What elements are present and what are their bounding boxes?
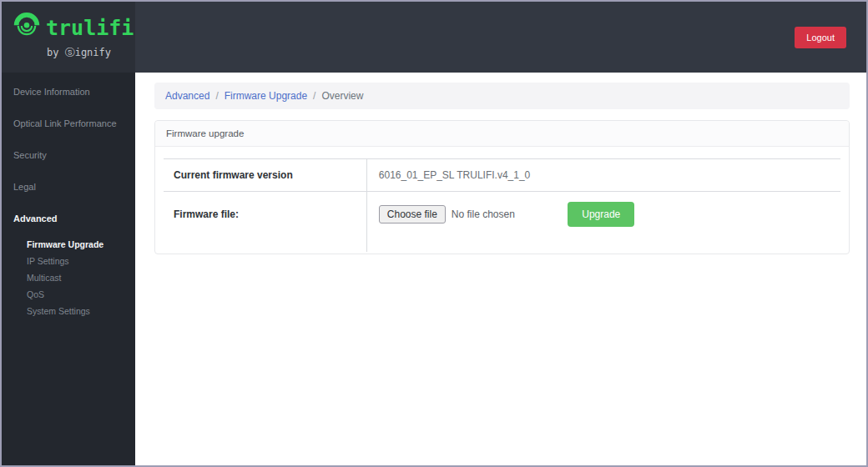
choose-file-button[interactable]: Choose file xyxy=(379,205,446,223)
brand-byline: by ⓢignify xyxy=(47,46,135,60)
firmware-file-label: Firmware file: xyxy=(164,192,366,253)
subnav-item-ip-settings[interactable]: IP Settings xyxy=(2,253,135,269)
breadcrumb-separator: / xyxy=(215,90,218,102)
logout-button[interactable]: Logout xyxy=(795,27,846,48)
advanced-submenu: Firmware Upgrade IP Settings Multicast Q… xyxy=(2,234,135,324)
table-row-current-firmware-version: Current firmware version 6016_01_EP_SL T… xyxy=(164,159,840,192)
table-row-firmware-file: Firmware file: Choose file No file chose… xyxy=(164,192,840,253)
file-chosen-status: No file chosen xyxy=(452,208,515,220)
breadcrumb-link-firmware-upgrade[interactable]: Firmware Upgrade xyxy=(225,90,307,102)
main-content: Advanced / Firmware Upgrade / Overview F… xyxy=(135,73,866,465)
sidebar-item-legal[interactable]: Legal xyxy=(2,171,135,203)
top-header-bar: trulifi by ⓢignify Logout xyxy=(2,2,866,73)
brand-name: trulifi xyxy=(46,16,134,40)
sidebar-item-advanced[interactable]: Advanced xyxy=(2,203,135,234)
breadcrumb-link-advanced[interactable]: Advanced xyxy=(165,90,209,102)
firmware-upgrade-panel: Firmware upgrade Current firmware versio… xyxy=(154,120,850,254)
sidebar-item-device-information[interactable]: Device Information xyxy=(2,76,135,108)
subnav-item-multicast[interactable]: Multicast xyxy=(2,269,135,286)
app-window: trulifi by ⓢignify Logout Device Informa… xyxy=(0,0,868,467)
sidebar-item-security[interactable]: Security xyxy=(2,139,135,171)
current-firmware-version-label: Current firmware version xyxy=(164,159,366,192)
breadcrumb-current-overview: Overview xyxy=(321,90,363,102)
trulifi-logo-icon xyxy=(13,13,40,43)
sidebar-nav: Device Information Optical Link Performa… xyxy=(2,73,135,465)
upgrade-button[interactable]: Upgrade xyxy=(568,202,634,227)
current-firmware-version-value: 6016_01_EP_SL TRULIFI.v4_1_0 xyxy=(366,159,840,192)
file-input-group: Choose file No file chosen xyxy=(379,205,515,223)
subnav-item-system-settings[interactable]: System Settings xyxy=(2,303,135,319)
subnav-item-firmware-upgrade[interactable]: Firmware Upgrade xyxy=(2,236,135,253)
firmware-table: Current firmware version 6016_01_EP_SL T… xyxy=(164,158,840,252)
sidebar-item-optical-link-performance[interactable]: Optical Link Performance xyxy=(2,108,135,139)
breadcrumb-separator: / xyxy=(313,90,315,102)
panel-title: Firmware upgrade xyxy=(155,121,849,147)
breadcrumb: Advanced / Firmware Upgrade / Overview xyxy=(154,83,850,109)
brand-area: trulifi by ⓢignify xyxy=(2,2,135,73)
subnav-item-qos[interactable]: QoS xyxy=(2,286,135,303)
header-spacer: Logout xyxy=(135,2,866,73)
